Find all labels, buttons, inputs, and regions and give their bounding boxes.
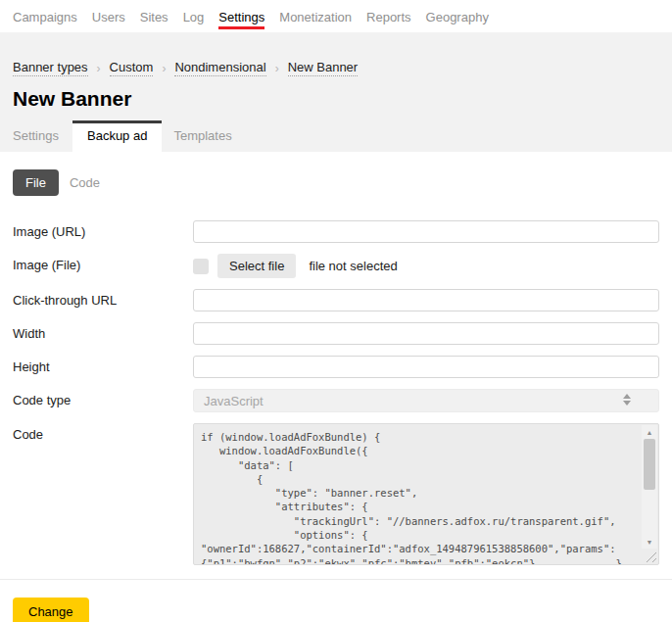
code-type-label: Code type <box>13 389 193 411</box>
top-nav: Campaigns Users Sites Log Settings Monet… <box>0 0 672 32</box>
change-button[interactable]: Change <box>13 598 89 622</box>
height-label: Height <box>13 356 193 378</box>
image-url-label: Image (URL) <box>13 220 193 243</box>
breadcrumb-banner-types[interactable]: Banner types <box>13 60 88 76</box>
chevron-right-icon: › <box>97 62 101 75</box>
nav-item-log[interactable]: Log <box>183 1 205 32</box>
file-preview-placeholder <box>193 259 209 274</box>
backup-source-toggle: File Code <box>13 169 659 196</box>
width-row: Width <box>13 322 659 345</box>
resize-grip-icon[interactable] <box>644 550 656 562</box>
scrollbar-thumb[interactable] <box>644 439 655 490</box>
width-label: Width <box>13 322 193 345</box>
page-title: New Banner <box>13 87 659 111</box>
tab-backup-ad[interactable]: Backup ad <box>72 120 162 152</box>
nav-item-monetization[interactable]: Monetization <box>279 1 352 32</box>
breadcrumb: Banner types › Custom › Nondimensional ›… <box>13 60 659 76</box>
page-header: Banner types › Custom › Nondimensional ›… <box>0 32 672 152</box>
backup-ad-form: Image (URL) Image (File) Select file fil… <box>13 220 659 565</box>
tab-templates[interactable]: Templates <box>162 120 243 152</box>
click-url-label: Click-through URL <box>13 289 193 311</box>
width-input[interactable] <box>193 322 659 345</box>
height-row: Height <box>13 356 659 378</box>
code-type-select[interactable]: JavaScript <box>193 389 659 412</box>
chevron-right-icon: › <box>275 62 279 75</box>
code-editor[interactable]: if (window.loadAdFoxBundle) { window.loa… <box>193 423 659 565</box>
code-editor-text[interactable]: if (window.loadAdFoxBundle) { window.loa… <box>194 424 641 564</box>
nav-item-users[interactable]: Users <box>92 1 125 32</box>
nav-item-reports[interactable]: Reports <box>366 1 411 32</box>
file-toggle-button[interactable]: File <box>13 169 59 196</box>
select-file-button[interactable]: Select file <box>217 254 296 278</box>
scroll-up-icon[interactable]: ▲ <box>642 425 657 439</box>
nav-item-sites[interactable]: Sites <box>140 1 168 32</box>
tab-bar: Settings Backup ad Templates <box>13 120 659 152</box>
tab-settings[interactable]: Settings <box>13 120 71 152</box>
breadcrumb-new-banner[interactable]: New Banner <box>288 60 359 76</box>
code-type-value: JavaScript <box>204 394 264 408</box>
code-editor-scrollbar[interactable]: ▲ ▼ <box>642 425 657 549</box>
click-url-input[interactable] <box>193 289 659 311</box>
image-url-row: Image (URL) <box>13 220 659 243</box>
chevron-right-icon: › <box>162 62 166 75</box>
height-input[interactable] <box>193 356 659 378</box>
nav-item-campaigns[interactable]: Campaigns <box>13 1 77 32</box>
click-url-row: Click-through URL <box>13 289 659 311</box>
image-file-label: Image (File) <box>13 254 193 276</box>
submit-row: Change <box>13 598 659 622</box>
nav-item-geography[interactable]: Geography <box>426 1 489 32</box>
code-row: Code if (window.loadAdFoxBundle) { windo… <box>13 423 659 565</box>
backup-ad-panel: File Code Image (URL) Image (File) Selec… <box>0 169 672 622</box>
image-file-row: Image (File) Select file file not select… <box>13 254 659 278</box>
image-url-input[interactable] <box>193 220 659 243</box>
select-spinner-icon <box>623 394 631 406</box>
code-toggle-button[interactable]: Code <box>70 175 100 190</box>
scroll-down-icon[interactable]: ▼ <box>642 535 657 549</box>
file-status-text: file not selected <box>309 259 397 273</box>
code-type-row: Code type JavaScript <box>13 389 659 412</box>
nav-item-settings[interactable]: Settings <box>218 1 264 32</box>
breadcrumb-custom[interactable]: Custom <box>110 60 154 76</box>
footer-divider <box>0 579 672 580</box>
breadcrumb-nondimensional[interactable]: Nondimensional <box>174 60 265 76</box>
code-label: Code <box>13 423 193 446</box>
